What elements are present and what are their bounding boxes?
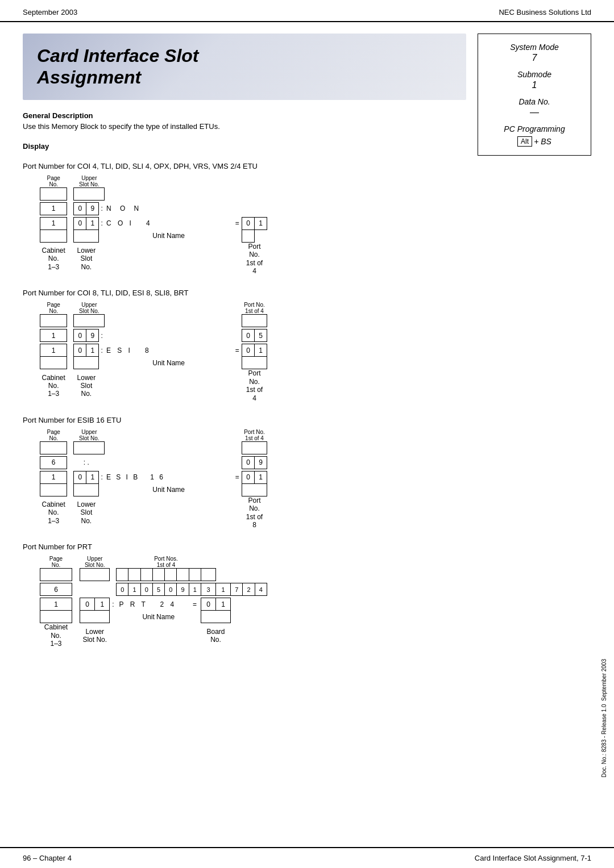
port-section-2-title: Port Number for COI 8, TLI, DID, ESI 8, … <box>23 289 466 297</box>
header-company: NEC Business Solutions Ltd <box>499 8 591 16</box>
p3-lower-1: 1 <box>86 471 99 483</box>
page-header: September 2003 NEC Business Solutions Lt… <box>0 0 614 22</box>
p2-upper-0: 0 <box>74 329 86 342</box>
lower-slot-label-1: LowerSlot No. <box>74 242 99 275</box>
p3-port2-0: 0 <box>242 471 255 483</box>
p4-page-6: 6 <box>40 583 72 596</box>
p2-lower-1: 1 <box>86 344 99 357</box>
diag-table-2: PageNo. UpperSlot No. Port No.1st of 4 <box>40 302 267 402</box>
p4-page-1: 1 <box>40 598 72 611</box>
p3-cabinet-label: CabinetNo.1–3 <box>40 496 67 529</box>
p4-p5 <box>165 569 177 581</box>
col3-upper-slot: UpperSlot No. <box>74 429 105 442</box>
col-page-no: PageNo. <box>40 175 67 188</box>
p4-p3 <box>140 569 152 581</box>
lower-d1: 0 <box>74 217 86 229</box>
diagram-3: PageNo. UpperSlot No. Port No.1st of 4 <box>40 429 466 529</box>
p2-port-0: 0 <box>242 329 255 342</box>
unit-name-coi4: C O I 4 <box>105 217 233 229</box>
p4-v9: 1 <box>216 583 231 596</box>
p4-v7: 1 <box>189 583 201 596</box>
display-section-header: Display <box>23 142 466 151</box>
port-label-1: Port No.1st of 4 <box>242 242 267 275</box>
upper-d1: 0 <box>74 202 86 215</box>
general-description: General Description Use this Memory Bloc… <box>23 111 466 131</box>
p3-lower-bot <box>74 483 99 496</box>
p2-unit-esi8: E S I 8 <box>105 344 233 357</box>
p4-unit-prt: P R T 2 4 <box>117 598 189 611</box>
right-column: System Mode 7 Submode 1 Data No. — PC Pr… <box>478 34 591 662</box>
diag-table-4: PageNo. UpperSlot No. Port Nos.1st of 4 <box>40 556 267 648</box>
p3-port-9: 9 <box>255 456 267 469</box>
lower-slot-box-empty-1 <box>74 229 99 242</box>
p2-page-bot <box>40 357 67 369</box>
system-mode-value: 7 <box>484 53 585 63</box>
page-title: Card Interface SlotAssignment <box>37 45 452 89</box>
display-heading: Display <box>23 142 466 151</box>
p4-v1: 0 <box>117 583 128 596</box>
p4-board-label: Board No. <box>201 623 231 648</box>
submode-label: Submode <box>484 70 585 79</box>
port-section-1-title: Port Number for COI 4, TLI, DID, SLI 4, … <box>23 162 466 170</box>
diagram-1: PageNo. UpperSlot No. <box>40 175 466 276</box>
port-section-2: Port Number for COI 8, TLI, DID, ESI 8, … <box>23 289 466 402</box>
port-section-3: Port Number for ESIB 16 ETU PageNo. Uppe… <box>23 416 466 529</box>
page-val-1-2: 1 <box>40 217 67 229</box>
diag-table-3: PageNo. UpperSlot No. Port No.1st of 4 <box>40 429 267 529</box>
p4-p6 <box>177 569 189 581</box>
col-upper-slot: UpperSlot No. <box>74 175 105 188</box>
p4-v4: 5 <box>152 583 164 596</box>
p2-lower-slot-label: LowerSlot No. <box>74 369 99 402</box>
p3-page-bot <box>40 483 67 496</box>
port-section-3-title: Port Number for ESIB 16 ETU <box>23 416 466 424</box>
p4-lower-slot-label: LowerSlot No. <box>80 623 110 648</box>
port-box-empty-1 <box>242 229 255 242</box>
p2-port-empty <box>242 315 267 327</box>
p4-v5: 0 <box>165 583 177 596</box>
cabinet-label-1: CabinetNo.1–3 <box>40 242 67 275</box>
system-mode-label: System Mode <box>484 43 585 52</box>
diagram-4: PageNo. UpperSlot No. Port Nos.1st of 4 <box>40 556 466 648</box>
p4-v11: 2 <box>243 583 255 596</box>
pc-programming-label: PC Programming Alt + BS <box>484 124 585 147</box>
p2-upper-empty <box>74 315 105 327</box>
p4-page-bot <box>40 611 72 623</box>
p3-port-label: Port No.1st of 8 <box>242 496 267 529</box>
p4-v8: 3 <box>201 583 216 596</box>
col3-port-no: Port No.1st of 4 <box>242 429 267 442</box>
col4-port-nos: Port Nos.1st of 4 <box>117 556 216 569</box>
p3-port2-1: 1 <box>255 471 267 483</box>
port-d1: 0 <box>242 217 255 229</box>
p3-port-empty <box>242 441 267 454</box>
footer-chapter: 96 – Chapter 4 <box>23 854 72 862</box>
p4-board-bot <box>201 611 231 623</box>
p2-port2-1: 1 <box>255 344 267 357</box>
p2-unit-label: Unit Name <box>105 357 233 369</box>
p2-port2-0: 0 <box>242 344 255 357</box>
p4-page-empty <box>40 569 72 581</box>
lower-d2: 1 <box>86 217 99 229</box>
p4-p2 <box>128 569 140 581</box>
p4-lower-1: 1 <box>95 598 110 611</box>
p4-port2-0: 0 <box>201 598 216 611</box>
col2-page-no: PageNo. <box>40 302 67 315</box>
col2-port-no: Port No.1st of 4 <box>242 302 267 315</box>
p3-upper-empty <box>74 441 105 454</box>
diagram-2: PageNo. UpperSlot No. Port No.1st of 4 <box>40 302 466 402</box>
port-d2: 1 <box>255 217 267 229</box>
p4-lower-0: 0 <box>80 598 95 611</box>
data-no-label: Data No. <box>484 97 585 106</box>
title-box: Card Interface SlotAssignment <box>23 34 466 100</box>
p3-unit-esib16: E S I B 1 6 <box>105 471 233 483</box>
page-val-1-1: 1 <box>40 202 67 215</box>
main-content: Card Interface SlotAssignment General De… <box>0 22 614 673</box>
p4-p1 <box>117 569 128 581</box>
data-no-value: — <box>484 107 585 118</box>
p2-upper-9: 9 <box>86 329 99 342</box>
col3-page-no: PageNo. <box>40 429 67 442</box>
general-desc-heading: General Description <box>23 111 466 120</box>
p4-cabinet-label: CabinetNo.1–3 <box>40 623 72 648</box>
p2-lower-0: 0 <box>74 344 86 357</box>
page-footer: 96 – Chapter 4 Card Interface Slot Assig… <box>0 847 614 868</box>
page-box-empty-bot-1 <box>40 229 67 242</box>
